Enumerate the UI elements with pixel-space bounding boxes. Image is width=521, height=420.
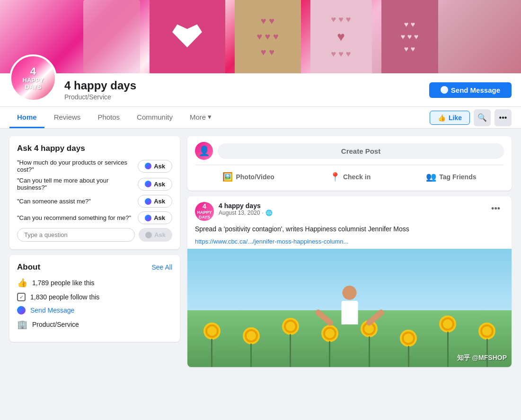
- tab-more[interactable]: More ▾: [182, 107, 219, 128]
- like-button[interactable]: 👍 Like: [430, 111, 470, 125]
- ask-input-row: Ask: [17, 228, 172, 242]
- search-button[interactable]: 🔍: [474, 109, 491, 126]
- tag-icon: 👥: [426, 172, 436, 182]
- ask-question-row-1: "Can you tell me more about your busines…: [17, 177, 172, 191]
- nav-tabs: Home Reviews Photos Community More ▾ 👍 L…: [0, 107, 521, 129]
- user-avatar: 👤: [195, 142, 213, 160]
- see-all-link[interactable]: See All: [151, 263, 172, 271]
- thumbs-up-about-icon: 👍: [17, 278, 27, 288]
- sunflower-7: [441, 317, 454, 367]
- tab-photos[interactable]: Photos: [90, 107, 127, 128]
- about-item-follows: ✓ 1,830 people follow this: [17, 293, 172, 301]
- ask-title: Ask 4 happy days: [17, 144, 172, 153]
- messenger-small-icon-3: [145, 215, 151, 221]
- ask-question-text-3: "Can you recommend something for me?": [17, 214, 134, 221]
- main-content: Ask 4 happy days "How much do your produ…: [0, 129, 521, 375]
- messenger-small-icon-input: [145, 232, 152, 238]
- about-category-text: Product/Service: [32, 321, 79, 328]
- checkmark-icon: ✓: [17, 293, 26, 301]
- messenger-icon: [441, 86, 448, 94]
- tab-home[interactable]: Home: [9, 107, 44, 128]
- thumbs-up-icon: 👍: [438, 114, 446, 122]
- user-avatar-icon: 👤: [198, 145, 210, 157]
- about-item-likes: 👍 1,789 people like this: [17, 278, 172, 288]
- about-header: About See All: [17, 262, 172, 272]
- sunflower-2: [245, 329, 258, 367]
- ask-question-row-3: "Can you recommend something for me?" As…: [17, 211, 172, 224]
- create-post-input[interactable]: Create Post: [218, 143, 504, 159]
- check-in-label: Check in: [343, 173, 371, 181]
- avatar-num: 4: [23, 66, 44, 77]
- ask-question-input[interactable]: [17, 228, 135, 242]
- sunflower-6: [402, 332, 415, 367]
- send-message-button[interactable]: Send Message: [429, 82, 512, 98]
- right-column: 👤 Create Post 🖼️ Photo/Video 📍 Check in …: [187, 136, 512, 367]
- about-title: About: [17, 262, 40, 272]
- tag-friends-label: Tag Friends: [439, 173, 476, 181]
- avatar-text1: HAPPY: [23, 77, 44, 84]
- ask-button-3[interactable]: Ask: [138, 211, 172, 224]
- tag-friends-button[interactable]: 👥 Tag Friends: [420, 169, 482, 185]
- post-ellipsis-icon: •••: [491, 204, 500, 213]
- post-date: August 13, 2020: [219, 210, 260, 216]
- about-likes-text: 1,789 people like this: [32, 279, 95, 287]
- messenger-small-icon-1: [145, 181, 151, 187]
- facebook-page: ♥ ♥ ♥ ♥ ♥ ♥ ♥ ♥ ♥ ♥ ♥ ♥ ♥ ♥ ♥ ♥ ♥ ♥ ♥ ♥ …: [0, 0, 521, 375]
- nav-tab-actions: 👍 Like 🔍 •••: [430, 109, 512, 126]
- chevron-down-icon: ▾: [208, 113, 212, 121]
- ask-button-1[interactable]: Ask: [138, 178, 172, 191]
- ask-question-text-0: "How much do your products or services c…: [17, 159, 134, 173]
- ask-card: Ask 4 happy days "How much do your produ…: [9, 136, 180, 249]
- about-send-message-link[interactable]: Send Message: [30, 306, 74, 314]
- more-options-button[interactable]: •••: [495, 109, 512, 126]
- watermark: 知乎 @MFSHOP: [457, 354, 507, 362]
- sunflower-3: [284, 320, 297, 367]
- tab-community[interactable]: Community: [129, 107, 180, 128]
- page-title: 4 happy days: [64, 79, 422, 92]
- post-meta: August 13, 2020 · 🌐: [219, 210, 483, 216]
- create-post-card: 👤 Create Post 🖼️ Photo/Video 📍 Check in …: [187, 136, 512, 191]
- page-category: Product/Service: [64, 93, 422, 101]
- photo-video-label: Photo/Video: [236, 173, 274, 181]
- tab-reviews[interactable]: Reviews: [46, 107, 88, 128]
- check-in-button[interactable]: 📍 Check in: [324, 169, 376, 185]
- photo-video-button[interactable]: 🖼️ Photo/Video: [217, 169, 280, 185]
- ask-question-row-2: "Can someone assist me?" Ask: [17, 195, 172, 208]
- about-item-category: 🏢 Product/Service: [17, 319, 172, 330]
- post-card: 4 HAPPY DAYS 4 happy days August 13, 202…: [187, 196, 512, 367]
- post-page-name[interactable]: 4 happy days: [219, 202, 483, 210]
- building-icon: 🏢: [17, 319, 27, 330]
- messenger-small-icon-2: [145, 198, 151, 205]
- post-image: 知乎 @MFSHOP: [187, 249, 512, 367]
- sunflower-4: [323, 327, 336, 367]
- profile-actions: Send Message: [429, 78, 512, 98]
- avatar-text2: DAYS: [23, 84, 44, 90]
- post-more-button[interactable]: •••: [487, 202, 504, 216]
- post-info: 4 happy days August 13, 2020 · 🌐: [219, 202, 483, 216]
- photo-icon: 🖼️: [222, 172, 233, 182]
- ask-button-0[interactable]: Ask: [138, 160, 172, 173]
- sunflower-5: [362, 322, 376, 367]
- send-message-label: Send Message: [451, 86, 500, 94]
- post-text: Spread a 'positivity contagion', writes …: [187, 225, 512, 238]
- sunflower-1: [205, 324, 219, 367]
- ask-button-2[interactable]: Ask: [138, 195, 172, 208]
- about-item-message: Send Message: [17, 306, 172, 315]
- sunflower-head: [205, 324, 219, 338]
- ask-question-text-2: "Can someone assist me?": [17, 198, 134, 205]
- about-follows-text: 1,830 people follow this: [30, 293, 99, 301]
- search-icon: 🔍: [477, 113, 487, 122]
- sunflower-stem: [211, 339, 212, 367]
- messenger-about-icon: [17, 306, 26, 315]
- create-post-top: 👤 Create Post: [195, 142, 504, 160]
- ask-input-button[interactable]: Ask: [139, 228, 172, 242]
- profile-info: 4 happy days Product/Service: [64, 74, 422, 101]
- ellipsis-icon: •••: [499, 114, 507, 122]
- cover-photo: ♥ ♥ ♥ ♥ ♥ ♥ ♥ ♥ ♥ ♥ ♥ ♥ ♥ ♥ ♥ ♥ ♥ ♥ ♥ ♥ …: [0, 0, 521, 73]
- post-link[interactable]: https://www.cbc.ca/.../jennifer-moss-hap…: [187, 238, 512, 249]
- ask-question-text-1: "Can you tell me more about your busines…: [17, 177, 134, 191]
- post-page-avatar: 4 HAPPY DAYS: [195, 202, 214, 221]
- messenger-small-icon-0: [145, 163, 151, 169]
- profile-section: 4 HAPPY DAYS 4 happy days Product/Servic…: [0, 73, 521, 107]
- location-icon: 📍: [330, 172, 340, 182]
